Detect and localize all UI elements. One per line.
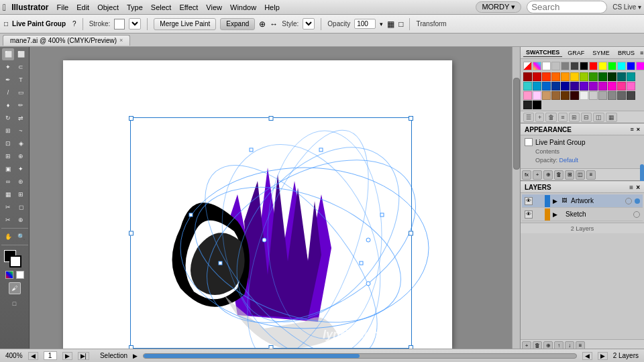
- scissors-tool-btn[interactable]: ✂: [2, 214, 14, 226]
- app-tool-3[interactable]: ⊕: [543, 170, 553, 180]
- sketch-target-btn[interactable]: [633, 211, 640, 218]
- app-tool-4[interactable]: 🗑: [554, 170, 564, 180]
- pen-tool-btn[interactable]: ✒: [2, 74, 14, 86]
- swatch-ltgray[interactable]: [580, 91, 588, 100]
- green-swatch[interactable]: [608, 62, 616, 70]
- hand-tool-btn[interactable]: ✋: [2, 231, 14, 243]
- artwork-target-btn[interactable]: [625, 198, 632, 204]
- search-input[interactable]: [527, 1, 607, 13]
- swatch-dkbrown[interactable]: [561, 91, 570, 100]
- swatch-ltpink[interactable]: [627, 82, 635, 90]
- canvas-next-btn[interactable]: ▶: [598, 352, 608, 360]
- menu-object[interactable]: Object: [97, 3, 119, 11]
- swatch-aqua[interactable]: [523, 82, 532, 90]
- cs-live-btn[interactable]: CS Live ▾: [612, 3, 641, 11]
- stroke-dropdown[interactable]: ▾: [129, 18, 141, 29]
- swatch-yellow[interactable]: [570, 72, 579, 81]
- shape-builder-tool-btn[interactable]: ◈: [15, 137, 27, 149]
- symbol-tool-btn[interactable]: ⊛: [15, 176, 27, 188]
- appearance-close-btn[interactable]: ×: [637, 126, 640, 133]
- swatch-maroon[interactable]: [570, 91, 579, 100]
- swatch-teal2[interactable]: [627, 72, 635, 81]
- swatch-red2[interactable]: [533, 72, 541, 81]
- yellow-swatch[interactable]: [598, 62, 607, 70]
- tab-close-btn[interactable]: ×: [119, 37, 123, 44]
- zoom-tool-btn[interactable]: ⊕: [15, 214, 27, 226]
- swatch-brown[interactable]: [551, 91, 560, 100]
- canvas-prev-btn[interactable]: ◀: [582, 352, 592, 360]
- selection-tool-btn[interactable]: ⬜: [2, 48, 14, 60]
- swatch-ltblue[interactable]: [533, 82, 541, 90]
- appearance-menu-btn[interactable]: ≡: [630, 126, 633, 133]
- artboard-tool-btn[interactable]: ⊞: [15, 188, 27, 200]
- new-swatch-btn[interactable]: +: [535, 113, 544, 122]
- swatch-teal[interactable]: [617, 72, 626, 81]
- swatch-navy[interactable]: [561, 82, 570, 90]
- delete-swatch-btn[interactable]: 🗑: [545, 113, 557, 122]
- toolbar-icon-1[interactable]: ⊕: [259, 19, 266, 29]
- swatch-amber[interactable]: [561, 72, 570, 81]
- mid-gray-swatch[interactable]: [561, 62, 570, 70]
- menu-help[interactable]: Help: [264, 3, 280, 11]
- eraser-tool-btn[interactable]: ◻: [15, 201, 27, 213]
- draw-mode-btn[interactable]: □: [9, 298, 21, 310]
- swatches-tab[interactable]: SWATCHES: [523, 48, 562, 57]
- artwork-visibility-btn[interactable]: 👁: [525, 197, 533, 205]
- type-tool-btn[interactable]: T: [15, 74, 27, 86]
- layers-menu-btn[interactable]: ≡: [629, 184, 633, 191]
- perspective-tool-btn[interactable]: ⊞: [2, 150, 14, 162]
- swatch-magenta2[interactable]: [598, 82, 607, 90]
- swatch-gray1[interactable]: [589, 91, 598, 100]
- app-tool-2[interactable]: +: [533, 170, 542, 180]
- swatch-black[interactable]: [533, 101, 541, 109]
- artwork-expand-btn[interactable]: ▶: [553, 198, 557, 204]
- merge-live-paint-btn[interactable]: Merge Live Paint: [154, 18, 216, 30]
- swatch-orange-red[interactable]: [542, 72, 551, 81]
- swatch-view2-btn[interactable]: ⊞: [569, 113, 580, 122]
- last-page-btn[interactable]: ▶|: [78, 352, 89, 360]
- sketch-visibility-btn[interactable]: 👁: [525, 210, 533, 219]
- white-swatch[interactable]: [542, 62, 551, 70]
- help-btn[interactable]: ?: [72, 20, 76, 27]
- cyan-swatch[interactable]: [617, 62, 626, 70]
- swatch-purple2[interactable]: [589, 82, 598, 90]
- magenta-swatch[interactable]: [636, 62, 644, 70]
- rotate-tool-btn[interactable]: ↻: [2, 112, 14, 124]
- opacity-arrow[interactable]: ▾: [380, 21, 383, 27]
- menu-select[interactable]: Select: [151, 3, 172, 11]
- swatch-lavender[interactable]: [533, 91, 541, 100]
- gradient-tool-btn[interactable]: ▣: [2, 163, 14, 175]
- swatch-dkblue[interactable]: [551, 82, 560, 90]
- next-page-btn[interactable]: ▶: [62, 352, 72, 360]
- color-swatch-1[interactable]: [533, 62, 541, 70]
- pencil-tool-btn[interactable]: ✏: [15, 99, 27, 111]
- magic-wand-tool-btn[interactable]: ✦: [2, 61, 14, 73]
- swatch-gray3[interactable]: [608, 91, 616, 100]
- swatch-view5-btn[interactable]: ▦: [606, 113, 617, 122]
- symbols-tab[interactable]: SYME: [590, 49, 612, 57]
- swatch-vdarkgreen[interactable]: [608, 72, 616, 81]
- layers-close-btn[interactable]: ×: [636, 184, 640, 191]
- vertical-scrollbar[interactable]: [512, 47, 520, 354]
- mordy-user-btn[interactable]: MORDY ▾: [476, 1, 521, 13]
- reflect-tool-btn[interactable]: ⇌: [15, 112, 27, 124]
- menu-edit[interactable]: Edit: [76, 3, 89, 11]
- toolbar-icon-2[interactable]: ↔: [270, 19, 278, 29]
- scale-tool-btn[interactable]: ⊞: [2, 125, 14, 137]
- blend-tool-btn[interactable]: ∞: [2, 176, 14, 188]
- expand-btn[interactable]: Expand: [220, 18, 255, 30]
- artwork-lock-btn[interactable]: [535, 198, 542, 204]
- sketch-lock-btn[interactable]: [535, 211, 542, 218]
- app-tool-6[interactable]: ◫: [576, 170, 585, 180]
- swatch-darkgreen[interactable]: [598, 72, 607, 81]
- artwork-layer-row[interactable]: 👁 ▶ 🖼 Artwork: [522, 194, 643, 208]
- swatch-view3-btn[interactable]: ⊟: [581, 113, 592, 122]
- menu-window[interactable]: Window: [230, 3, 256, 11]
- none-swatch[interactable]: [523, 62, 532, 70]
- swatch-blue[interactable]: [542, 82, 551, 90]
- swatch-pink2[interactable]: [523, 91, 532, 100]
- rectangle-tool-btn[interactable]: ▭: [15, 86, 27, 99]
- lasso-tool-btn[interactable]: ⊂: [15, 61, 27, 73]
- swatch-purple[interactable]: [570, 82, 579, 90]
- menu-effect[interactable]: Effect: [179, 3, 198, 11]
